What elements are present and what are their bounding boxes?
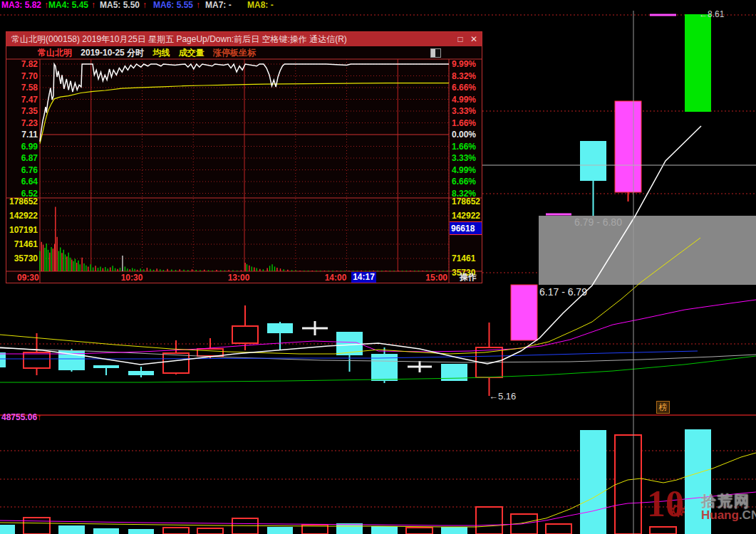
percent-axis-label: 1.66% — [452, 142, 476, 152]
volume-bar — [580, 430, 606, 534]
candle — [615, 101, 641, 192]
percent-axis-label: 4.99% — [452, 165, 476, 175]
percent-axis-label: 9.99% — [452, 59, 476, 69]
ma-values-header: MA3: 5.82↑MA4: 5.45↑MA5: 5.50↑MA6: 5.55↑… — [0, 0, 756, 11]
gap-zone-box — [539, 216, 756, 285]
rank-badge[interactable]: 榜 — [656, 401, 670, 414]
candle — [197, 349, 223, 356]
volume-bar — [476, 507, 502, 534]
volume-bar — [24, 518, 50, 534]
time-axis-label: 14:00 — [321, 273, 350, 283]
volume-bar — [546, 524, 571, 534]
volume-bar — [58, 525, 85, 534]
price-axis-label: 7.70 — [9, 71, 38, 81]
watermark-domain: Huang.CN — [701, 508, 756, 523]
volume-bar — [441, 527, 467, 534]
percent-axis-label: 3.33% — [452, 106, 476, 116]
ma-value-label: MA6: 5.55 — [153, 0, 193, 10]
gap-upper-label: 6.79 - 6.80 — [574, 217, 622, 227]
volume-max-label: 48755.06↑ — [1, 412, 41, 422]
price-axis-label: 7.82 — [9, 59, 38, 69]
action-button[interactable]: 操作 — [455, 272, 482, 283]
price-axis-label: 7.35 — [9, 106, 38, 116]
intraday-popup-window: 常山北明(000158) 2019年10月25日 星期五 PageUp/Down… — [6, 31, 482, 283]
price-axis-label: 6.64 — [9, 177, 38, 187]
price-axis-label: 7.58 — [9, 83, 38, 93]
percent-axis-label: 4.99% — [452, 95, 476, 105]
volume-axis-label: 142922 — [452, 211, 480, 221]
tdx-main-screen: MA3: 5.82↑MA4: 5.45↑MA5: 5.50↑MA6: 5.55↑… — [0, 0, 756, 534]
volume-bar — [0, 525, 15, 534]
ma-value-label: MA4: 5.45 — [48, 0, 88, 10]
up-arrow-icon: ↑ — [143, 0, 147, 10]
volume-bar — [615, 435, 641, 534]
percent-axis-label: 0.00% — [452, 130, 476, 140]
volume-bar — [128, 529, 154, 534]
candle — [24, 352, 50, 368]
volume-ma-line — [0, 453, 756, 527]
candle — [511, 285, 537, 340]
volume-max-value: 48755.06 — [1, 412, 37, 422]
candle — [580, 141, 606, 181]
time-readout-badge: 14:17 — [351, 272, 376, 283]
time-axis-label: 15:00 — [419, 273, 447, 283]
up-arrow-icon: ↑ — [91, 0, 95, 10]
gap-lower-label: 6.17 - 6.79 — [539, 287, 587, 297]
volume-axis-label: 142922 — [6, 211, 38, 221]
price-axis-label: 6.76 — [9, 165, 38, 175]
percent-axis-label: 6.66% — [452, 177, 476, 187]
percent-axis-label: 3.33% — [452, 153, 476, 163]
time-axis-label: 09:30 — [17, 273, 39, 283]
up-arrow-icon: ↑ — [196, 0, 200, 10]
volume-axis-label: 107191 — [6, 225, 38, 235]
volume-axis-label: 71461 — [6, 239, 38, 249]
volume-axis-label: 178652 — [452, 197, 480, 206]
volume-axis-label: 71461 — [452, 253, 475, 263]
percent-axis-label: 1.66% — [452, 118, 476, 128]
candle — [128, 371, 154, 375]
volume-bar — [232, 518, 258, 534]
percent-axis-label: 8.32% — [452, 71, 476, 81]
volume-bar — [93, 528, 119, 534]
up-arrow-icon: ↑ — [37, 412, 41, 422]
volume-bar — [371, 526, 398, 534]
daily-ma-line — [0, 300, 756, 354]
high-price-label: ←8.61 — [699, 9, 724, 19]
volume-bar — [267, 527, 293, 534]
time-axis-label: 13:00 — [224, 273, 253, 283]
price-axis-label: 7.47 — [9, 95, 38, 105]
volume-axis-label: 35730 — [6, 253, 38, 263]
volume-readout-badge: 96618 — [450, 221, 482, 235]
candle — [163, 353, 189, 373]
volume-bar — [163, 528, 189, 534]
candle — [0, 352, 6, 367]
time-axis-label: 10:30 — [118, 273, 146, 283]
candle — [232, 326, 258, 343]
gear-icon: ⚙ — [670, 500, 686, 522]
volume-bar — [197, 528, 223, 534]
ma-value-label: MA8: - — [247, 0, 274, 10]
price-axis-label: 7.23 — [9, 118, 38, 128]
candle — [267, 323, 293, 333]
volume-axis-label: 178652 — [6, 197, 38, 206]
low-price-label: ←5.16 — [489, 392, 516, 402]
price-axis-label: 6.87 — [9, 153, 38, 163]
price-axis-label: 6.99 — [9, 142, 38, 152]
volume-ma-line — [0, 492, 756, 525]
volume-bar — [406, 528, 433, 534]
ma-value-label: MA5: 5.50 — [100, 0, 140, 10]
percent-axis-label: 6.66% — [452, 83, 476, 93]
intraday-chart-canvas — [6, 32, 482, 283]
ma-value-label: MA3: 5.82 — [1, 0, 41, 10]
candle — [685, 14, 711, 112]
site-watermark: 10 ⚙ 拾荒网 Huang.CN — [647, 487, 754, 533]
ma-value-label: MA7: - — [205, 0, 232, 10]
candle — [93, 365, 119, 368]
price-axis-label: 7.11 — [9, 130, 38, 140]
